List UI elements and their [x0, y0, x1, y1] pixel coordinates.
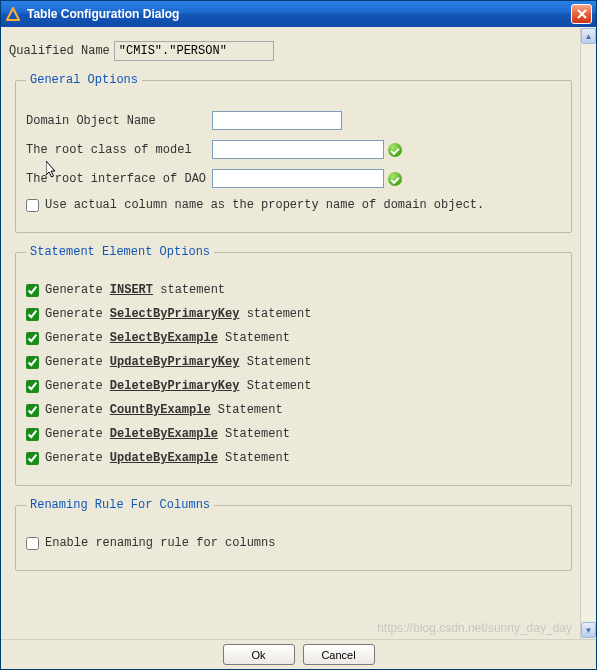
statement-label: Generate DeleteByExample Statement: [45, 427, 290, 441]
renaming-rule-legend: Renaming Rule For Columns: [26, 498, 214, 512]
actual-column-row: Use actual column name as the property n…: [26, 198, 561, 212]
root-interface-input[interactable]: [212, 169, 384, 188]
button-bar: Ok Cancel: [1, 639, 596, 669]
window-title: Table Configuration Dialog: [27, 7, 571, 21]
statement-label: Generate SelectByPrimaryKey statement: [45, 307, 311, 321]
qualified-name-field[interactable]: [114, 41, 274, 61]
statement-checkbox[interactable]: [26, 284, 39, 297]
ok-icon: [388, 172, 402, 186]
domain-name-label: Domain Object Name: [26, 114, 212, 128]
app-icon: [5, 6, 21, 22]
ok-button[interactable]: Ok: [223, 644, 295, 665]
statement-label: Generate UpdateByPrimaryKey Statement: [45, 355, 311, 369]
titlebar: Table Configuration Dialog: [1, 1, 596, 27]
statement-row: Generate SelectByPrimaryKey statement: [26, 307, 561, 321]
renaming-rule-group: Renaming Rule For Columns Enable renamin…: [15, 498, 572, 571]
statement-options-legend: Statement Element Options: [26, 245, 214, 259]
statement-checkbox[interactable]: [26, 380, 39, 393]
statement-label: Generate SelectByExample Statement: [45, 331, 290, 345]
statement-checkbox[interactable]: [26, 308, 39, 321]
statement-label: Generate CountByExample Statement: [45, 403, 283, 417]
statement-row: Generate INSERT statement: [26, 283, 561, 297]
watermark-text: https://blog.csdn.net/sunny_day_day: [377, 621, 572, 635]
actual-column-label: Use actual column name as the property n…: [45, 198, 484, 212]
general-options-group: General Options Domain Object Name The r…: [15, 73, 572, 233]
domain-name-row: Domain Object Name: [26, 111, 561, 130]
statement-row: Generate DeleteByExample Statement: [26, 427, 561, 441]
cancel-button[interactable]: Cancel: [303, 644, 375, 665]
root-class-row: The root class of model: [26, 140, 561, 159]
statement-row: Generate DeleteByPrimaryKey Statement: [26, 379, 561, 393]
scroll-down-button[interactable]: ▼: [581, 622, 596, 638]
ok-icon: [388, 143, 402, 157]
root-interface-row: The root interface of DAO: [26, 169, 561, 188]
statement-checkbox[interactable]: [26, 332, 39, 345]
close-button[interactable]: [571, 4, 592, 24]
domain-name-input[interactable]: [212, 111, 342, 130]
general-options-legend: General Options: [26, 73, 142, 87]
statement-label: Generate UpdateByExample Statement: [45, 451, 290, 465]
statement-checkbox[interactable]: [26, 428, 39, 441]
content-area: Qualified Name General Options Domain Ob…: [1, 27, 596, 639]
statement-row: Generate UpdateByExample Statement: [26, 451, 561, 465]
statement-label: Generate DeleteByPrimaryKey Statement: [45, 379, 311, 393]
qualified-name-label: Qualified Name: [9, 44, 110, 58]
statement-checkbox[interactable]: [26, 452, 39, 465]
statement-checkbox[interactable]: [26, 404, 39, 417]
root-class-label: The root class of model: [26, 143, 212, 157]
close-icon: [577, 9, 587, 19]
enable-renaming-label: Enable renaming rule for columns: [45, 536, 275, 550]
root-interface-label: The root interface of DAO: [26, 172, 212, 186]
scrollbar[interactable]: ▲ ▼: [580, 27, 596, 639]
root-class-input[interactable]: [212, 140, 384, 159]
dialog-window: Table Configuration Dialog Qualified Nam…: [0, 0, 597, 670]
statement-checkbox[interactable]: [26, 356, 39, 369]
statement-row: Generate CountByExample Statement: [26, 403, 561, 417]
statement-label: Generate INSERT statement: [45, 283, 225, 297]
scroll-up-button[interactable]: ▲: [581, 28, 596, 44]
statement-row: Generate SelectByExample Statement: [26, 331, 561, 345]
enable-renaming-checkbox[interactable]: [26, 537, 39, 550]
actual-column-checkbox[interactable]: [26, 199, 39, 212]
enable-renaming-row: Enable renaming rule for columns: [26, 536, 561, 550]
statement-row: Generate UpdateByPrimaryKey Statement: [26, 355, 561, 369]
qualified-name-row: Qualified Name: [9, 41, 578, 61]
statement-options-group: Statement Element Options Generate INSER…: [15, 245, 572, 486]
